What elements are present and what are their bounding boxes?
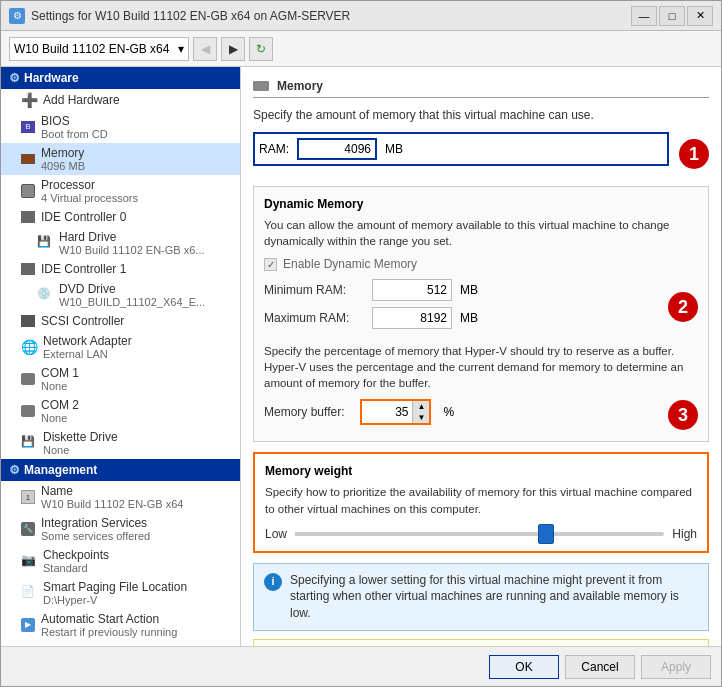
sidebar-item-ide1[interactable]: IDE Controller 1 xyxy=(1,259,240,279)
apply-button[interactable]: Apply xyxy=(641,655,711,679)
processor-label: Processor xyxy=(41,178,138,192)
forward-button[interactable]: ▶ xyxy=(221,37,245,61)
memory-weight-box: Memory weight Specify how to prioritize … xyxy=(253,452,709,552)
checkpoints-sub: Standard xyxy=(43,562,109,574)
ram-box: RAM: MB xyxy=(253,132,669,166)
sidebar-item-autostart[interactable]: ▶ Automatic Start Action Restart if prev… xyxy=(1,609,240,641)
diskette-icon: 💾 xyxy=(21,435,37,451)
info-icon: i xyxy=(264,573,282,591)
badge-1: 1 xyxy=(679,139,709,169)
com1-sub: None xyxy=(41,380,79,392)
name-label: Name xyxy=(41,484,183,498)
dynamic-desc: You can allow the amount of memory avail… xyxy=(264,217,698,249)
management-icon: ⚙ xyxy=(9,463,20,477)
main-content: ⚙ Hardware ➕ Add Hardware B BIOS Boot fr… xyxy=(1,67,721,646)
buffer-row: Memory buffer: ▲ ▼ % xyxy=(264,399,660,425)
memory-title-icon xyxy=(253,81,269,91)
diskette-sub: None xyxy=(43,444,118,456)
enable-label: Enable Dynamic Memory xyxy=(283,257,417,271)
add-hardware-label: Add Hardware xyxy=(43,93,232,107)
settings-window: ⚙ Settings for W10 Build 11102 EN-GB x64… xyxy=(0,0,722,687)
buffer-input[interactable] xyxy=(362,401,412,423)
sidebar-item-checkpoints[interactable]: 📷 Checkpoints Standard xyxy=(1,545,240,577)
integration-icon: 🔧 xyxy=(21,522,35,536)
ok-button[interactable]: OK xyxy=(489,655,559,679)
ide0-label: IDE Controller 0 xyxy=(41,210,126,224)
network-label: Network Adapter xyxy=(43,334,132,348)
checkpoints-icon: 📷 xyxy=(21,553,37,569)
sidebar-item-smartpaging[interactable]: 📄 Smart Paging File Location D:\Hyper-V xyxy=(1,577,240,609)
cancel-button[interactable]: Cancel xyxy=(565,655,635,679)
ide0-icon xyxy=(21,211,35,223)
min-ram-input[interactable] xyxy=(372,279,452,301)
hardware-section-label: Hardware xyxy=(24,71,79,85)
checkpoints-label: Checkpoints xyxy=(43,548,109,562)
sidebar-item-com1[interactable]: COM 1 None xyxy=(1,363,240,395)
dynamic-memory-box: Dynamic Memory You can allow the amount … xyxy=(253,186,709,442)
sidebar-item-scsi[interactable]: SCSI Controller xyxy=(1,311,240,331)
max-ram-unit: MB xyxy=(460,311,478,325)
slider-high-label: High xyxy=(672,527,697,541)
sidebar-item-name[interactable]: 1 Name W10 Build 11102 EN-GB x64 xyxy=(1,481,240,513)
window-controls: — □ ✕ xyxy=(631,6,713,26)
ram-input[interactable] xyxy=(297,138,377,160)
buffer-unit: % xyxy=(443,405,454,419)
back-button[interactable]: ◀ xyxy=(193,37,217,61)
sidebar-item-harddrive[interactable]: 💾 Hard Drive W10 Build 11102 EN-GB x6... xyxy=(1,227,240,259)
sidebar-item-bios[interactable]: B BIOS Boot from CD xyxy=(1,111,240,143)
max-ram-input[interactable] xyxy=(372,307,452,329)
warning-box: Some settings cannot be modified because… xyxy=(253,639,709,646)
slider-thumb[interactable] xyxy=(538,524,554,544)
sidebar-item-ide0[interactable]: IDE Controller 0 xyxy=(1,207,240,227)
enable-checkbox: ✓ xyxy=(264,258,277,271)
slider-track[interactable] xyxy=(295,532,664,536)
sidebar-item-diskette[interactable]: 💾 Diskette Drive None xyxy=(1,427,240,459)
minimize-button[interactable]: — xyxy=(631,6,657,26)
ide1-icon xyxy=(21,263,35,275)
buffer-spinner: ▲ ▼ xyxy=(412,401,429,423)
integration-sub: Some services offered xyxy=(41,530,150,542)
buffer-up-button[interactable]: ▲ xyxy=(413,401,429,412)
dvd-icon: 💿 xyxy=(37,287,53,303)
sidebar-item-network[interactable]: 🌐 Network Adapter External LAN xyxy=(1,331,240,363)
badge-3: 3 xyxy=(668,400,698,430)
vm-selector[interactable]: W10 Build 11102 EN-GB x64 ▾ xyxy=(9,37,189,61)
smartpaging-icon: 📄 xyxy=(21,585,37,601)
maximize-button[interactable]: □ xyxy=(659,6,685,26)
sidebar-item-integration[interactable]: 🔧 Integration Services Some services off… xyxy=(1,513,240,545)
name-sub: W10 Build 11102 EN-GB x64 xyxy=(41,498,183,510)
min-ram-unit: MB xyxy=(460,283,478,297)
memory-title-text: Memory xyxy=(277,79,323,93)
sidebar-item-add-hardware[interactable]: ➕ Add Hardware xyxy=(1,89,240,111)
com1-icon xyxy=(21,373,35,385)
buffer-input-wrapper: ▲ ▼ xyxy=(360,399,431,425)
sidebar-item-processor[interactable]: Processor 4 Virtual processors xyxy=(1,175,240,207)
dynamic-memory-title: Dynamic Memory xyxy=(264,197,698,211)
max-ram-label: Maximum RAM: xyxy=(264,311,364,325)
enable-dynamic-memory-row: ✓ Enable Dynamic Memory xyxy=(264,257,698,271)
min-ram-row: Minimum RAM: MB xyxy=(264,279,660,301)
smartpaging-sub: D:\Hyper-V xyxy=(43,594,187,606)
ide1-label: IDE Controller 1 xyxy=(41,262,126,276)
refresh-button[interactable]: ↻ xyxy=(249,37,273,61)
memory-label: Memory xyxy=(41,146,85,160)
close-button[interactable]: ✕ xyxy=(687,6,713,26)
window-title: Settings for W10 Build 11102 EN-GB x64 o… xyxy=(31,9,625,23)
window-icon: ⚙ xyxy=(9,8,25,24)
autostart-label: Automatic Start Action xyxy=(41,612,177,626)
integration-label: Integration Services xyxy=(41,516,150,530)
memory-desc: Specify the amount of memory that this v… xyxy=(253,108,709,122)
toolbar: W10 Build 11102 EN-GB x64 ▾ ◀ ▶ ↻ xyxy=(1,31,721,67)
memory-icon xyxy=(21,154,35,164)
sidebar-item-dvd[interactable]: 💿 DVD Drive W10_BUILD_11102_X64_E... xyxy=(1,279,240,311)
management-section-header: ⚙ Management xyxy=(1,459,240,481)
buffer-desc: Specify the percentage of memory that Hy… xyxy=(264,343,698,391)
slider-low-label: Low xyxy=(265,527,287,541)
sidebar-item-com2[interactable]: COM 2 None xyxy=(1,395,240,427)
diskette-label: Diskette Drive xyxy=(43,430,118,444)
name-icon: 1 xyxy=(21,490,35,504)
checkmark-icon: ✓ xyxy=(267,259,275,270)
com2-sub: None xyxy=(41,412,79,424)
sidebar-item-memory[interactable]: Memory 4096 MB xyxy=(1,143,240,175)
buffer-down-button[interactable]: ▼ xyxy=(413,412,429,423)
